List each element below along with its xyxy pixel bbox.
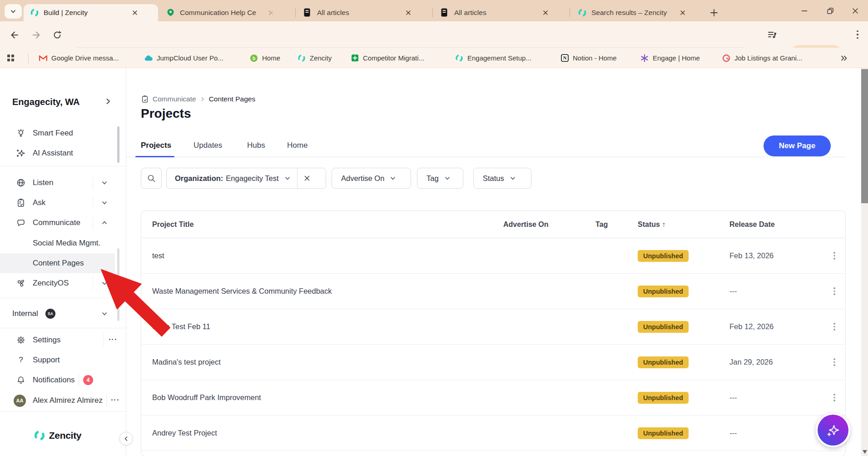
browser-tab-5[interactable]: Search results – Zencity bbox=[571, 4, 706, 21]
sidebar-item-communicate[interactable]: Communicate bbox=[0, 213, 115, 233]
col-advertise-on[interactable]: Advertise On bbox=[503, 220, 595, 229]
apps-grid-icon[interactable] bbox=[6, 52, 15, 64]
browser-menu-icon[interactable] bbox=[852, 29, 863, 40]
table-row[interactable]: Andrey Test Project Unpublished --- bbox=[141, 416, 845, 451]
user-avatar: AA bbox=[14, 395, 26, 407]
scrollbar-thumb[interactable] bbox=[861, 69, 868, 203]
sidebar-item-notifications[interactable]: Notifications 4 bbox=[0, 370, 115, 390]
gmail-m-icon bbox=[39, 54, 47, 62]
col-release-date[interactable]: Release Date bbox=[729, 220, 828, 229]
bookmark-engage[interactable]: Engage | Home bbox=[640, 52, 700, 64]
row-menu-icon[interactable] bbox=[828, 391, 840, 405]
sidebar-item-user[interactable]: AA Alex Almirez Almirez bbox=[0, 391, 115, 411]
project-title[interactable]: Bob Woodruff Park Improvement bbox=[141, 393, 503, 402]
clipboard-check-icon bbox=[16, 198, 25, 207]
sidebar-scrollbar-thumb[interactable] bbox=[117, 126, 119, 163]
chevron-down-icon[interactable] bbox=[101, 199, 108, 206]
table-row[interactable]: Suen Test Feb 11 Unpublished Feb 12, 202… bbox=[141, 309, 845, 345]
browser-tab-3[interactable]: All articles bbox=[297, 4, 432, 21]
ai-sparkle-icon bbox=[16, 149, 25, 158]
question-mark-icon: ? bbox=[16, 356, 25, 365]
page-scrollbar[interactable] bbox=[861, 68, 868, 456]
row-menu-icon[interactable] bbox=[828, 356, 840, 369]
filter-tag[interactable]: Tag bbox=[417, 168, 463, 189]
back-button[interactable] bbox=[9, 30, 20, 40]
project-title[interactable]: Andrey Test Project bbox=[141, 429, 503, 437]
bookmarks-overflow-icon[interactable] bbox=[840, 52, 848, 64]
ai-fab-button[interactable] bbox=[816, 413, 850, 447]
sidebar-item-support[interactable]: ? Support bbox=[0, 350, 115, 370]
new-page-button[interactable]: New Page bbox=[764, 135, 831, 156]
tab-home[interactable]: Home bbox=[287, 141, 308, 150]
tab-close-icon[interactable] bbox=[403, 8, 413, 18]
chevron-up-icon[interactable] bbox=[101, 219, 108, 226]
reload-button[interactable] bbox=[52, 30, 63, 40]
forward-button[interactable] bbox=[31, 30, 42, 40]
window-restore-button[interactable] bbox=[818, 4, 843, 18]
tab-close-icon[interactable] bbox=[678, 8, 688, 18]
sidebar-collapse-button[interactable] bbox=[119, 432, 133, 445]
sidebar-item-ai-assistant[interactable]: AI Assistant bbox=[0, 143, 115, 163]
table-row[interactable]: Bob Woodruff Park Improvement Unpublishe… bbox=[141, 380, 845, 416]
bookmark-competitor-migration[interactable]: Competitor Migrati... bbox=[351, 52, 424, 64]
project-title[interactable]: Waste Management Services & Community Fe… bbox=[141, 287, 503, 296]
chevron-down-icon[interactable] bbox=[284, 175, 291, 181]
filter-status[interactable]: Status bbox=[473, 168, 531, 189]
tab-hubs[interactable]: Hubs bbox=[247, 141, 265, 150]
chevron-down-icon[interactable] bbox=[101, 179, 108, 186]
col-project-title[interactable]: Project Title bbox=[141, 220, 503, 229]
col-tag[interactable]: Tag bbox=[595, 220, 638, 229]
window-minimize-button[interactable] bbox=[792, 4, 817, 18]
project-title[interactable]: test bbox=[141, 251, 503, 260]
browser-tab-4[interactable]: All articles bbox=[434, 4, 569, 21]
user-more-icon[interactable] bbox=[110, 399, 119, 401]
bookmark-engagement-setup[interactable]: Engagement Setup... bbox=[455, 52, 531, 64]
row-menu-icon[interactable] bbox=[828, 249, 840, 263]
bookmark-zencity[interactable]: Zencity bbox=[298, 52, 332, 64]
table-row[interactable]: Waste Management Services & Community Fe… bbox=[141, 274, 845, 309]
bell-icon bbox=[16, 376, 25, 385]
project-title[interactable]: Madina's test project bbox=[141, 358, 503, 366]
page-title: Projects bbox=[141, 106, 191, 121]
filter-clear-icon[interactable] bbox=[297, 168, 317, 188]
sidebar-item-smart-feed[interactable]: Smart Feed bbox=[0, 123, 115, 143]
media-controls-icon[interactable] bbox=[767, 29, 778, 40]
filter-organization[interactable]: Organization: Engagecity Test bbox=[166, 168, 326, 189]
zencity-logo-icon bbox=[298, 54, 306, 62]
sort-arrow-icon: ↑ bbox=[662, 220, 665, 228]
release-date: --- bbox=[729, 429, 828, 437]
row-menu-icon[interactable] bbox=[828, 285, 840, 298]
tab-projects[interactable]: Projects bbox=[141, 141, 171, 150]
sidebar-item-ask[interactable]: Ask bbox=[0, 193, 115, 213]
tab-search-button[interactable] bbox=[5, 4, 22, 19]
row-menu-icon[interactable] bbox=[828, 320, 840, 334]
project-title[interactable]: Suen Test Feb 11 bbox=[141, 322, 503, 331]
new-tab-button[interactable] bbox=[707, 5, 721, 20]
bookmark-job-listings[interactable]: Job Listings at Grani... bbox=[722, 52, 802, 64]
bookmark-google-drive[interactable]: Google Drive messa... bbox=[39, 52, 119, 64]
main-content: Communicate Content Pages Projects Proje… bbox=[126, 68, 868, 456]
table-row[interactable]: Madina's test project Unpublished Jan 29… bbox=[141, 345, 845, 380]
bookmark-notion[interactable]: N Notion - Home bbox=[560, 52, 617, 64]
bookmark-jumpcloud[interactable]: JumpCloud User Po... bbox=[144, 52, 223, 64]
browser-tab-2[interactable]: Communication Help Ce bbox=[160, 4, 294, 21]
chevron-down-icon bbox=[10, 8, 16, 15]
tab-title: All articles bbox=[317, 9, 400, 17]
search-button[interactable] bbox=[141, 168, 162, 189]
window-close-button[interactable] bbox=[843, 4, 868, 18]
browser-tab-1[interactable]: Build | Zencity bbox=[24, 4, 158, 21]
sidebar-item-listen[interactable]: Listen bbox=[0, 173, 115, 193]
globe-icon bbox=[16, 178, 25, 187]
bookmark-home[interactable]: b Home bbox=[250, 52, 280, 64]
filter-advertise-on[interactable]: Advertise On bbox=[332, 168, 411, 189]
chevron-right-icon[interactable] bbox=[104, 98, 112, 107]
breadcrumb-parent[interactable]: Communicate bbox=[153, 95, 196, 103]
org-switcher[interactable]: Engagecity, WA bbox=[0, 93, 115, 111]
tab-close-icon[interactable] bbox=[130, 8, 140, 18]
tab-close-icon[interactable] bbox=[541, 8, 551, 18]
scrollbar-down-arrow[interactable] bbox=[863, 450, 867, 454]
lightbulb-icon bbox=[16, 129, 25, 138]
col-status[interactable]: Status ↑ bbox=[638, 220, 729, 229]
tab-updates[interactable]: Updates bbox=[193, 141, 222, 150]
table-row[interactable]: test Unpublished Feb 13, 2026 bbox=[141, 238, 845, 274]
